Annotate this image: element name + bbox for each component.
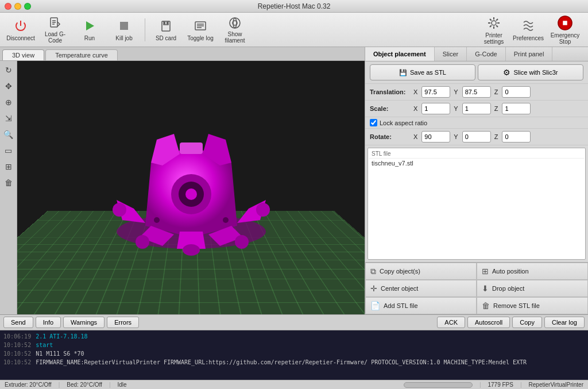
show-filament-button[interactable]: Show filament xyxy=(219,15,251,45)
log-time-2: 10:10:52 xyxy=(3,341,31,349)
center-object-button[interactable]: ✛ Center object xyxy=(365,280,477,297)
rz-input[interactable] xyxy=(502,131,531,142)
toggle-log-icon xyxy=(192,18,208,34)
send-button[interactable]: Send xyxy=(3,317,33,328)
errors-button[interactable]: Errors xyxy=(107,317,139,328)
disconnect-button[interactable]: Disconnect xyxy=(5,15,37,45)
printer-status: RepetierVirtualPrinter xyxy=(529,382,583,388)
lock-aspect-checkbox[interactable] xyxy=(370,119,377,126)
translation-row: Translation: X Y Z xyxy=(365,84,588,101)
view-tabs: 3D view Temperature curve xyxy=(0,47,365,61)
info-button[interactable]: Info xyxy=(36,317,61,328)
clear-log-button[interactable]: Clear log xyxy=(544,317,585,328)
kill-job-button[interactable]: Kill job xyxy=(108,15,140,45)
delete-object-button[interactable]: 🗑 xyxy=(2,176,16,190)
log-line-3: 10:10:52 N1 M111 S6 *70 xyxy=(3,349,585,358)
ack-button[interactable]: ACK xyxy=(437,317,465,328)
ry-input[interactable] xyxy=(462,131,491,142)
move-view-button[interactable]: ✥ xyxy=(2,79,16,93)
sx-input[interactable] xyxy=(421,103,450,114)
emergency-stop-button[interactable]: Emergency Stop xyxy=(547,15,583,45)
drop-icon: ⬇ xyxy=(482,284,489,293)
scale-row: Scale: X Y Z xyxy=(365,101,588,117)
rotate-row: Rotate: X Y Z xyxy=(365,129,588,145)
copy-log-button[interactable]: Copy xyxy=(512,317,542,328)
rotate-label: Rotate: xyxy=(370,133,410,140)
zoom-button[interactable]: 🔍 xyxy=(2,128,16,141)
log-text-2: start xyxy=(36,341,53,349)
sz-input[interactable] xyxy=(502,103,531,114)
sy-input[interactable] xyxy=(462,103,491,114)
svg-point-13 xyxy=(230,18,240,28)
save-stl-button[interactable]: 💾 Save as STL xyxy=(370,64,475,80)
svg-point-23 xyxy=(179,182,204,207)
rx-input[interactable] xyxy=(421,131,450,142)
svg-rect-7 xyxy=(164,22,165,24)
view-flat-button[interactable]: ▭ xyxy=(2,144,16,157)
toolbar: Disconnect Load G-Code Run Kill xyxy=(0,13,588,47)
close-button[interactable] xyxy=(5,3,11,10)
lock-aspect-label[interactable]: Lock aspect ratio xyxy=(380,120,427,126)
run-button[interactable]: Run xyxy=(74,15,106,45)
minimize-button[interactable] xyxy=(14,3,21,10)
toggle-log-label: Toggle log xyxy=(187,35,214,41)
auto-position-button[interactable]: ⊞ Auto position xyxy=(477,263,588,280)
load-gcode-button[interactable]: Load G-Code xyxy=(39,15,71,45)
autoscroll-button[interactable]: Autoscroll xyxy=(467,317,510,328)
add-stl-icon: 📄 xyxy=(370,301,380,310)
copy-objects-button[interactable]: ⧉ Copy object(s) xyxy=(365,263,477,280)
placement-panel: 💾 Save as STL ⚙ Slice with Slic3r Transl… xyxy=(365,61,588,314)
tab-print-panel[interactable]: Print panel xyxy=(506,47,553,61)
ty-input[interactable] xyxy=(462,86,491,98)
progress-bar xyxy=(404,382,473,388)
viewport-3d[interactable] xyxy=(17,61,365,314)
stl-file-item[interactable]: tischneu_v7.stl xyxy=(369,159,584,168)
tab-object-placement[interactable]: Object placement xyxy=(365,47,435,61)
status-sep-4: | xyxy=(520,382,522,388)
gear-icon: ⚙ xyxy=(503,68,510,77)
toggle-log-button[interactable]: Toggle log xyxy=(184,15,216,45)
save-icon: 💾 xyxy=(399,69,407,76)
view-grid-button[interactable]: ⊞ xyxy=(2,160,16,174)
status-sep-3: | xyxy=(479,382,481,388)
tab-temperature-curve[interactable]: Temperature curve xyxy=(45,49,118,60)
titlebar: Repetier-Host Mac 0.32 xyxy=(0,0,588,13)
log-toolbar: Send Info Warnings Errors ACK Autoscroll… xyxy=(0,315,588,330)
svg-point-24 xyxy=(185,188,197,200)
scale-object-button[interactable]: ⇲ xyxy=(2,111,16,125)
slice-button[interactable]: ⚙ Slice with Slic3r xyxy=(478,64,583,80)
sdcard-button[interactable]: SD card xyxy=(150,15,182,45)
tab-slicer[interactable]: Slicer xyxy=(435,47,467,61)
preferences-button[interactable]: Preferences xyxy=(512,15,544,45)
warnings-button[interactable]: Warnings xyxy=(63,317,105,328)
log-time-1: 10:06:19 xyxy=(3,332,31,341)
drop-object-button[interactable]: ⬇ Drop object xyxy=(477,280,588,297)
emergency-stop-label: Emergency Stop xyxy=(548,32,582,45)
printer-settings-icon xyxy=(486,15,502,31)
preferences-icon xyxy=(520,18,536,34)
tab-3d-view[interactable]: 3D view xyxy=(2,49,44,60)
add-stl-button[interactable]: 📄 Add STL file xyxy=(365,297,477,314)
status-sep-1: | xyxy=(59,382,60,388)
auto-position-icon: ⊞ xyxy=(482,267,489,276)
maximize-button[interactable] xyxy=(24,3,31,10)
move-object-button[interactable]: ⊕ xyxy=(2,95,16,109)
tz-input[interactable] xyxy=(502,86,531,98)
x-label-rotate: X xyxy=(413,133,417,140)
right-panel: Object placement Slicer G-Code Print pan… xyxy=(365,47,588,314)
printer-settings-button[interactable]: Printer settings xyxy=(478,15,510,45)
remove-stl-button[interactable]: 🗑 Remove STL file xyxy=(477,297,588,314)
x-label-scale: X xyxy=(413,105,417,112)
svg-point-22 xyxy=(171,174,211,214)
log-time-4: 10:10:52 xyxy=(3,358,31,367)
tab-gcode[interactable]: G-Code xyxy=(467,47,506,61)
main-area: 3D view Temperature curve ↻ ✥ ⊕ ⇲ 🔍 ▭ ⊞ … xyxy=(0,47,588,314)
center-icon: ✛ xyxy=(370,284,377,293)
log-text-1: 2.1 ATI-7.18.18 xyxy=(36,332,87,341)
log-line-2: 10:10:52 start xyxy=(3,341,585,349)
tx-input[interactable] xyxy=(421,86,450,98)
y-label-translation: Y xyxy=(454,88,458,95)
kill-label: Kill job xyxy=(115,35,132,41)
rotate-view-button[interactable]: ↻ xyxy=(2,63,16,77)
remove-stl-icon: 🗑 xyxy=(482,301,490,310)
